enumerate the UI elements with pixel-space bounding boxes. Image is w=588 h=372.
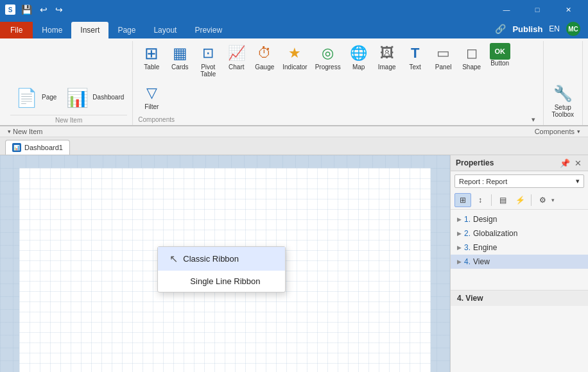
lang-selector[interactable]: EN <box>549 24 560 33</box>
insert-pivot-button[interactable]: ⊡ PivotTable <box>195 41 221 80</box>
insert-panel-button[interactable]: ▭ Panel <box>430 41 457 73</box>
panel-icon: ▭ <box>433 43 454 63</box>
panel-dropdown-arrow: ▾ <box>576 177 580 185</box>
insert-map-button[interactable]: 🌐 Map <box>345 41 372 73</box>
insert-chart-button[interactable]: 📈 Chart <box>223 41 250 73</box>
group-components: ⊞ Table ▦ Cards ⊡ PivotTable 📈 Chart ⏱ G… <box>133 41 543 125</box>
publish-button[interactable]: Publish <box>512 24 542 34</box>
tab-file[interactable]: File <box>0 22 33 38</box>
cards-label: Cards <box>171 63 189 71</box>
share-icon[interactable]: 🔗 <box>495 24 506 34</box>
canvas-area[interactable]: ↖ Classic Ribbon Single Line Ribbon <box>0 155 450 372</box>
filter-icon: ▽ <box>141 83 162 103</box>
insert-table-button[interactable]: ⊞ Table <box>138 41 165 73</box>
minimize-button[interactable]: — <box>492 0 521 19</box>
setup-toolbox-label: SetupToolbox <box>552 104 574 118</box>
company-avatar[interactable]: MC <box>566 22 580 36</box>
design-num: 1. <box>464 215 471 224</box>
table-icon: ⊞ <box>141 43 162 63</box>
design-arrow: ▶ <box>457 216 462 223</box>
panel-toolbar-sep2 <box>531 194 532 206</box>
gauge-label: Gauge <box>255 63 274 71</box>
insert-filter-button[interactable]: ▽ Filter <box>138 81 165 113</box>
undo-button[interactable]: ↩ <box>38 4 49 15</box>
insert-indicator-button[interactable]: ★ Indicator <box>279 41 310 73</box>
tab-preview[interactable]: Preview <box>186 22 231 38</box>
panel-grid-button[interactable]: ⊞ <box>454 193 471 207</box>
group-page: 📄 Page 📊 Dashboard New Item <box>5 41 133 125</box>
design-label: Design <box>473 215 497 224</box>
group-setup-toolbox: 🔧 SetupToolbox <box>544 41 583 125</box>
insert-image-button[interactable]: 🖼 Image <box>374 41 401 73</box>
maximize-button[interactable]: □ <box>523 0 552 19</box>
progress-label: Progress <box>315 63 341 71</box>
tab-insert[interactable]: Insert <box>71 22 108 38</box>
map-label: Map <box>352 63 365 71</box>
engine-num: 3. <box>464 243 471 252</box>
panel-report-dropdown[interactable]: Report : Report ▾ <box>454 174 584 188</box>
context-menu: ↖ Classic Ribbon Single Line Ribbon <box>157 246 286 292</box>
insert-page-button[interactable]: 📄 Page <box>10 83 60 112</box>
ctx-single-label: Single Line Ribbon <box>190 276 260 286</box>
panel-label: Panel <box>435 63 452 71</box>
title-bar-left: S 💾 ↩ ↪ <box>5 4 65 15</box>
indicator-icon: ★ <box>284 43 305 63</box>
components-expand[interactable]: ▾ <box>529 115 538 124</box>
panel-close-button[interactable]: ✕ <box>573 158 583 168</box>
globalization-label: Globalization <box>473 229 517 238</box>
chart-label: Chart <box>229 63 244 71</box>
save-quickaccess[interactable]: 💾 <box>19 4 34 15</box>
tree-design[interactable]: ▶ 1. Design <box>451 212 588 226</box>
setup-toolbox-button[interactable]: 🔧 SetupToolbox <box>549 81 577 120</box>
components-section[interactable]: Components ▾ <box>535 128 580 135</box>
new-item-section[interactable]: ▾ New Item <box>8 128 42 135</box>
close-button[interactable]: ✕ <box>553 0 583 19</box>
tab-page[interactable]: Page <box>108 22 144 38</box>
tree-engine[interactable]: ▶ 3. Engine <box>451 241 588 255</box>
panel-settings-button[interactable]: ⚙ <box>534 193 551 207</box>
panel-settings-arrow[interactable]: ▾ <box>551 197 555 203</box>
new-item-arrow: ▾ <box>8 128 11 135</box>
tree-view[interactable]: ▶ 4. View <box>451 255 588 269</box>
insert-text-button[interactable]: T Text <box>402 41 429 73</box>
insert-progress-button[interactable]: ◎ Progress <box>312 41 344 73</box>
dashboard1-tab-icon: 📊 <box>12 143 21 152</box>
view-label: View <box>473 257 490 266</box>
pivot-icon: ⊡ <box>198 43 218 63</box>
new-item-section-label: New Item <box>13 128 42 135</box>
panel-sort-button[interactable]: ↕ <box>472 193 489 207</box>
panel-section-view: 4. View <box>451 290 588 306</box>
dashboard1-tab[interactable]: 📊 Dashboard1 <box>5 140 70 155</box>
chart-icon: 📈 <box>226 43 246 63</box>
new-item-label: New Item <box>10 115 127 124</box>
setup-toolbox-icon: 🔧 <box>553 83 573 104</box>
panel-spacer <box>451 306 588 372</box>
components-label: Components <box>138 116 175 123</box>
tab-layout[interactable]: Layout <box>144 22 186 38</box>
panel-title: Properties <box>456 158 494 167</box>
insert-dashboard-button[interactable]: 📊 Dashboard <box>61 83 127 112</box>
panel-layout-button[interactable]: ▤ <box>494 193 511 207</box>
ctx-single-ribbon[interactable]: Single Line Ribbon <box>158 271 285 292</box>
tree-globalization[interactable]: ▶ 2. Globalization <box>451 226 588 241</box>
ctx-classic-label: Classic Ribbon <box>183 254 239 264</box>
shape-icon: ◻ <box>462 43 482 63</box>
insert-cards-button[interactable]: ▦ Cards <box>166 41 193 73</box>
tab-home[interactable]: Home <box>33 22 71 38</box>
insert-gauge-button[interactable]: ⏱ Gauge <box>251 41 278 73</box>
panel-pin-button[interactable]: 📌 <box>560 158 570 168</box>
shape-label: Shape <box>462 63 481 71</box>
panel-header-buttons: 📌 ✕ <box>560 158 583 168</box>
view-num: 4. <box>464 257 471 266</box>
progress-icon: ◎ <box>318 43 338 63</box>
redo-button[interactable]: ↪ <box>53 4 65 15</box>
indicator-label: Indicator <box>282 63 307 71</box>
toolbox-group-label <box>549 123 577 124</box>
cursor-icon: ↖ <box>169 253 178 265</box>
panel-toolbar-sep <box>491 194 492 206</box>
insert-button-button[interactable]: OK Button <box>487 41 514 69</box>
insert-shape-button[interactable]: ◻ Shape <box>458 41 485 73</box>
panel-event-button[interactable]: ⚡ <box>512 193 528 207</box>
ctx-classic-ribbon[interactable]: ↖ Classic Ribbon <box>158 247 285 271</box>
engine-label: Engine <box>473 243 497 252</box>
